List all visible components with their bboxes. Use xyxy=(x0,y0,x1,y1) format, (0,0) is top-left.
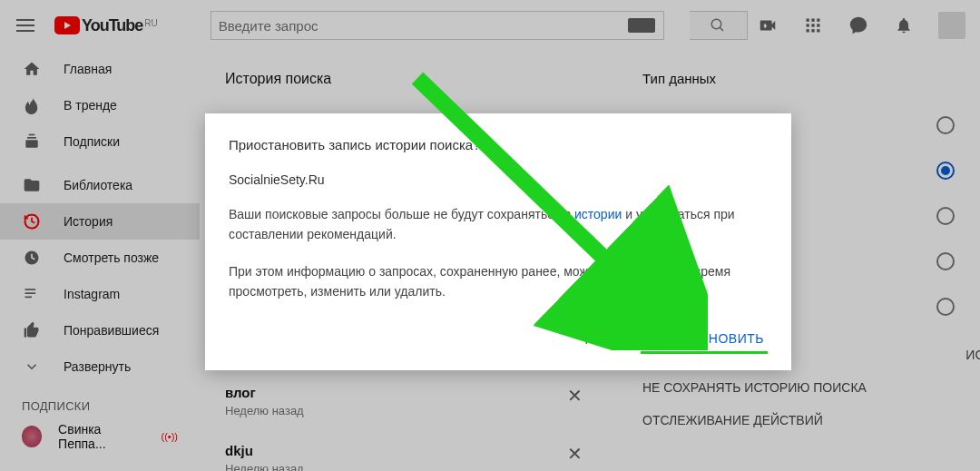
modal-title: Приостановить запись истории поиска? xyxy=(229,137,768,152)
modal-paragraph: Ваши поисковые запросы больше не будут с… xyxy=(229,205,768,244)
modal-paragraph: При этом информацию о запросах, сохранен… xyxy=(229,262,768,301)
cancel-button[interactable]: НЕТ xyxy=(581,326,615,354)
confirm-button[interactable]: ПРИОСТАНОВИТЬ xyxy=(641,326,768,354)
modal-subtitle: SocialnieSety.Ru xyxy=(229,172,768,187)
pause-history-modal: Приостановить запись истории поиска? Soc… xyxy=(205,113,791,370)
modal-actions: НЕТ ПРИОСТАНОВИТЬ xyxy=(229,326,768,354)
history-link[interactable]: истории xyxy=(574,207,622,221)
